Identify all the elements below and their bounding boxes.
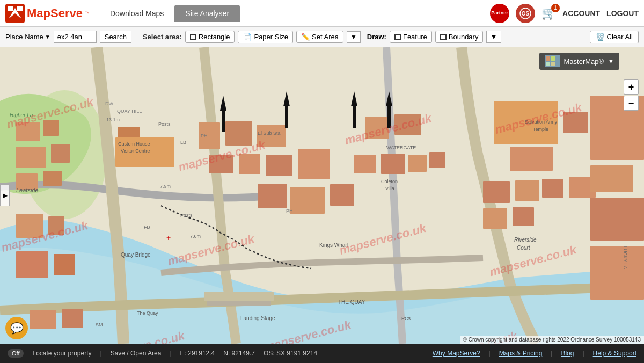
logout-button[interactable]: LOGOUT [606,9,639,18]
draw-label: Draw: [367,33,386,41]
copyright-bar: © Crown copyright and database rights 20… [460,336,644,344]
svg-text:Custom House: Custom House [118,141,150,147]
account-button[interactable]: ACCOUNT [562,9,600,18]
os-ref: OS: SX 9191 9214 [264,350,317,357]
mastermap-label: MasterMap® [564,57,604,66]
svg-rect-22 [118,127,140,137]
svg-rect-10 [43,120,59,136]
chat-widget[interactable]: 💬 [5,317,28,339]
svg-rect-98 [546,56,550,61]
boundary-dropdown[interactable]: ▼ [486,31,501,43]
svg-rect-3 [8,6,13,11]
logo-icon [5,4,25,23]
set-area-icon: ✏️ [301,33,310,41]
mastermap-dropdown-icon[interactable]: ▼ [608,58,614,64]
svg-text:PH: PH [201,133,208,139]
svg-text:Quay Bridge: Quay Bridge [121,252,151,258]
set-area-button[interactable]: ✏️ Set Area [296,31,343,43]
boundary-label: Boundary [449,33,479,41]
toolbar: Place Name ▼ Search Select area: Rectang… [0,27,644,47]
feature-label: Feature [403,33,427,41]
svg-text:FB: FB [144,224,150,230]
toggle-label: Off [12,350,19,357]
svg-rect-28 [266,155,292,176]
svg-rect-43 [542,179,564,198]
logo-text: MapServe [27,6,83,20]
footer-sep-2: | [170,350,171,357]
select-area-label: Select area: [143,33,182,41]
off-toggle[interactable]: Off [8,349,24,358]
paper-size-icon: 📄 [243,33,252,41]
svg-rect-41 [483,182,510,203]
svg-rect-20 [62,309,83,328]
collapse-button[interactable]: ▶ [0,185,10,206]
locate-property-label: Locate your property [32,350,91,357]
svg-rect-17 [16,251,48,278]
trash-icon: 🗑️ [596,33,605,41]
rectangle-icon [190,34,196,40]
svg-rect-51 [590,246,644,300]
search-input[interactable] [54,31,97,43]
set-area-label: Set Area [312,33,339,41]
svg-rect-42 [515,180,539,201]
svg-rect-94 [353,106,356,128]
svg-text:Posts: Posts [158,121,171,127]
svg-rect-11 [16,147,46,168]
rectangle-tool-button[interactable]: Rectangle [185,31,235,43]
svg-rect-34 [394,114,421,135]
blog-link[interactable]: Blog [561,350,574,357]
svg-text:7.9m: 7.9m [160,184,171,189]
footer: Off Locate your property | Save / Open A… [0,344,644,363]
svg-rect-53 [207,301,271,306]
maps-pricing-link[interactable]: Maps & Pricing [499,350,543,357]
svg-rect-29 [298,149,330,179]
svg-rect-32 [330,184,354,206]
coords-n: N: 92149.7 [223,350,255,357]
zoom-in-button[interactable]: + [624,79,639,95]
place-name-select[interactable]: Place Name ▼ [5,33,50,41]
svg-rect-4 [17,6,23,11]
search-button[interactable]: Search [100,31,131,43]
paper-size-button[interactable]: 📄 Paper Size [238,31,293,43]
svg-text:PCs: PCs [401,316,411,321]
partner-icon: OS [516,4,535,23]
feature-button[interactable]: Feature [390,31,432,43]
logo-tm: ™ [85,11,90,16]
svg-rect-15 [16,214,43,238]
svg-rect-52 [204,292,274,301]
tab-site-analyser[interactable]: Site Analyser [174,5,240,22]
svg-text:Landing Stage: Landing Stage [240,315,275,321]
boundary-button[interactable]: Boundary [435,31,484,43]
why-mapserve-link[interactable]: Why MapServe? [433,350,480,357]
zoom-out-button[interactable]: − [624,96,639,111]
footer-sep-5: | [582,350,584,357]
partner-badge: Partner [490,4,509,23]
svg-text:Salvation Army: Salvation Army [525,119,558,125]
tab-download-maps[interactable]: Download Maps [99,5,174,22]
svg-rect-12 [51,144,70,163]
coords-e: E: 291912.4 [180,350,215,357]
svg-rect-24 [225,121,252,146]
svg-rect-19 [30,310,56,329]
svg-text:LUCKY LA: LUCKY LA [623,246,628,269]
basket-area[interactable]: 🛒 1 [541,6,556,20]
map-container[interactable]: + + Leatside Higher La... Quay Bridge Cu… [0,47,644,344]
svg-rect-100 [546,62,550,66]
svg-text:Villa: Villa [385,186,394,191]
svg-rect-35 [354,155,376,173]
svg-rect-30 [258,184,287,208]
svg-rect-46 [513,207,534,226]
paper-size-label: Paper Size [254,33,288,41]
help-support-link[interactable]: Help & Support [593,350,636,357]
svg-text:Court: Court [517,245,531,251]
svg-text:Kings Wharf: Kings Wharf [319,242,349,248]
clear-all-button[interactable]: 🗑️ Clear All [590,31,639,43]
svg-rect-36 [381,154,405,174]
clear-all-label: Clear All [607,33,633,41]
footer-sep-3: | [489,350,491,357]
zoom-controls: + − [624,79,639,111]
mastermap-thumbnail [545,55,560,67]
set-area-dropdown[interactable]: ▼ [347,31,361,43]
svg-text:Posts: Posts [180,213,193,218]
mastermap-overlay[interactable]: MasterMap® ▼ [539,53,620,70]
